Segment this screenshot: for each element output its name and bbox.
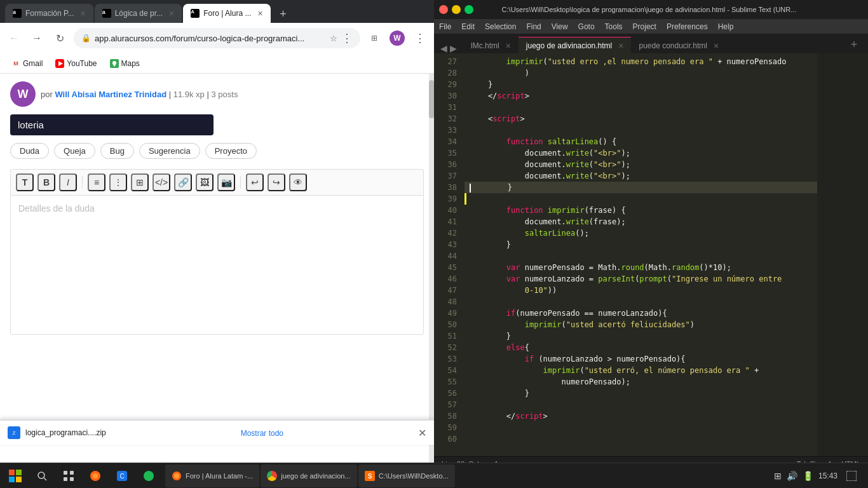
tab-close-3[interactable]: × <box>257 8 262 18</box>
toolbar-bold-btn[interactable]: B <box>37 173 55 191</box>
editor-tab-2[interactable]: juego de adivinacion.html × <box>519 37 632 53</box>
page-scrollbar[interactable] <box>429 74 434 470</box>
editor-title-text: C:\Users\Will\Desktop\logica de programa… <box>473 6 825 13</box>
notification-icon[interactable] <box>843 467 860 485</box>
post-title-box: loteria <box>10 114 214 135</box>
taskbar-app-firefox-label: Foro | Alura Latam -... <box>186 472 253 480</box>
editor-tab-3[interactable]: puede conducir.html × <box>631 37 726 53</box>
window-minimize-btn[interactable] <box>452 5 461 14</box>
browser-tab-3[interactable]: A Foro | Alura ... × <box>183 4 270 23</box>
menu-preferences[interactable]: Preferences <box>667 22 708 31</box>
toolbar-list-btn[interactable]: ⋮ <box>109 173 127 191</box>
toolbar-undo-btn[interactable]: ↩ <box>246 173 264 191</box>
toolbar-text-btn[interactable]: T <box>16 173 34 191</box>
code-content[interactable]: imprimir("usted erro ,el numero pensado … <box>465 53 817 456</box>
tag-queja[interactable]: Queja <box>54 143 95 159</box>
tab-next-arrow[interactable]: ▶ <box>449 43 458 53</box>
extensions-button[interactable]: ⊞ <box>365 29 383 47</box>
line-num-33: 33 <box>434 125 457 136</box>
code-token-32-0: < <box>470 114 492 123</box>
extra-icon-1[interactable]: C <box>109 463 135 489</box>
bookmark-maps[interactable]: Maps <box>106 58 144 69</box>
start-button[interactable] <box>3 463 28 489</box>
toolbar-preview-btn[interactable]: 👁 <box>289 173 307 191</box>
tag-sugerencia[interactable]: Sugerencia <box>139 143 200 159</box>
tab-close-1[interactable]: × <box>80 8 85 18</box>
code-line-34: function saltarLinea() { <box>465 136 817 147</box>
taskbar-app-chrome-icon <box>267 471 277 481</box>
tab-prev-arrow[interactable]: ◀ <box>439 43 449 53</box>
taskbar-app-chrome[interactable]: juego de adivinacion... <box>261 464 356 487</box>
line-num-46: 46 <box>434 273 457 285</box>
show-all-downloads[interactable]: Mostrar todo <box>111 428 413 438</box>
code-line-44 <box>465 250 817 262</box>
menu-view[interactable]: View <box>552 22 568 31</box>
tray-network-icon[interactable]: ⊞ <box>774 471 782 481</box>
taskbar-app-sublime[interactable]: S C:\Users\Will\Deskto... <box>358 464 455 487</box>
tag-bug[interactable]: Bug <box>100 143 134 159</box>
browser-tab-2[interactable]: a Lógica de pr... × <box>95 4 182 23</box>
code-line-43: } <box>465 239 817 250</box>
search-taskbar-icon[interactable] <box>29 463 55 489</box>
menu-find[interactable]: Find <box>526 22 541 31</box>
tab-close-2[interactable]: × <box>169 8 174 18</box>
download-close-btn[interactable]: ✕ <box>418 427 426 439</box>
new-editor-tab-button[interactable]: + <box>845 36 863 53</box>
menu-file[interactable]: File <box>439 22 451 31</box>
bookmark-star-icon[interactable]: ☆ <box>330 34 337 43</box>
svg-rect-8 <box>16 477 22 482</box>
menu-tools[interactable]: Tools <box>605 22 623 31</box>
toolbar-italic-btn[interactable]: I <box>59 173 77 191</box>
editor-tab-1-close[interactable]: × <box>506 41 511 51</box>
tray-volume-icon[interactable]: 🔊 <box>787 471 797 481</box>
toolbar-image2-btn[interactable]: 📷 <box>217 173 235 191</box>
window-maximize-btn[interactable] <box>465 5 473 14</box>
editor-text-area[interactable]: Detalles de la duda <box>10 195 424 335</box>
browser-menu-icon[interactable]: ⋮ <box>341 31 353 45</box>
menu-selection[interactable]: Selection <box>485 22 516 31</box>
toolbar-sep-2 <box>240 176 241 189</box>
toolbar-image-btn[interactable]: 🖼 <box>196 173 214 191</box>
line-num-36: 36 <box>434 159 457 170</box>
editor-tab-2-close[interactable]: × <box>618 41 623 51</box>
address-bar[interactable]: 🔒 app.aluracursos.com/forum/curso-logica… <box>74 28 360 48</box>
code-token-45-3: numeroPensado <box>525 263 585 272</box>
toolbar-link-btn[interactable]: 🔗 <box>174 173 192 191</box>
browser-options-button[interactable]: ⋮ <box>411 29 429 47</box>
firefox-pinned-icon[interactable] <box>83 463 108 489</box>
taskbar-app-firefox[interactable]: Foro | Alura Latam -... <box>165 464 259 487</box>
toolbar-align-btn[interactable]: ≡ <box>88 173 105 191</box>
toolbar-redo-btn[interactable]: ↪ <box>268 173 285 191</box>
editor-tab-3-close[interactable]: × <box>714 41 719 51</box>
browser-tab-1[interactable]: a Formación P... × <box>5 4 93 23</box>
toolbar-sep-1 <box>82 176 83 189</box>
back-button[interactable]: ← <box>5 29 23 47</box>
user-name-link[interactable]: Will Abisai Martinez Trinidad <box>55 90 166 99</box>
toolbar-table-btn[interactable]: ⊞ <box>131 173 149 191</box>
menu-edit[interactable]: Edit <box>461 22 475 31</box>
bookmark-youtube[interactable]: YouTube <box>51 58 100 69</box>
extra-icon-2[interactable] <box>136 463 161 489</box>
menu-goto[interactable]: Goto <box>578 22 595 31</box>
tag-proyecto[interactable]: Proyecto <box>205 143 257 159</box>
svg-point-21 <box>174 473 179 478</box>
code-line-32: <script> <box>465 113 817 125</box>
tag-duda[interactable]: Duda <box>10 143 49 159</box>
task-view-icon[interactable] <box>56 463 81 489</box>
line-num-32: 32 <box>434 113 457 125</box>
window-close-btn[interactable] <box>439 5 448 14</box>
bookmark-gmail[interactable]: M Gmail <box>8 58 46 69</box>
taskbar-apps: Foro | Alura Latam -... juego de adivina… <box>165 464 770 487</box>
toolbar-code-btn[interactable]: </> <box>153 173 170 191</box>
line-num-53: 53 <box>434 353 457 365</box>
editor-tab-1[interactable]: lMc.html × <box>463 37 519 53</box>
tray-battery-icon[interactable]: 🔋 <box>803 471 813 481</box>
forward-button[interactable]: → <box>28 29 46 47</box>
line-num-30: 30 <box>434 90 457 102</box>
system-time[interactable]: 15:43 <box>818 471 837 480</box>
menu-help[interactable]: Help <box>718 22 734 31</box>
new-tab-button[interactable]: + <box>275 5 292 23</box>
profile-button[interactable]: W <box>388 29 406 47</box>
reload-button[interactable]: ↻ <box>51 29 69 47</box>
menu-project[interactable]: Project <box>633 22 656 31</box>
